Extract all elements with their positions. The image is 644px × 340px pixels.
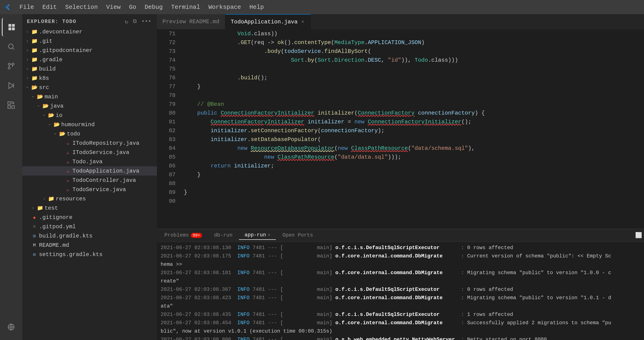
folder-icon-devcontainer: 📁: [31, 28, 38, 35]
label-k8s: k8s: [39, 75, 49, 81]
tree-gradle[interactable]: › 📁 .gradle: [22, 55, 157, 64]
menubar: File Edit Selection View Go Debug Termin…: [0, 0, 644, 14]
problems-label: Problems: [164, 232, 189, 238]
more-button[interactable]: •••: [140, 17, 152, 26]
label-test: test: [44, 205, 58, 211]
tree-todo-java[interactable]: › ☕ Todo.java: [22, 157, 157, 166]
menu-debug[interactable]: Debug: [140, 2, 167, 12]
label-git: .git: [39, 38, 52, 44]
copy-button[interactable]: ⧉: [132, 17, 138, 26]
svg-rect-9: [12, 106, 14, 108]
refresh-button[interactable]: ↻: [124, 17, 129, 26]
label-main: main: [44, 94, 58, 100]
label-todo: todo: [67, 131, 80, 137]
file-icon-build-gradle: ⊞: [31, 232, 38, 240]
tree-build[interactable]: › 📁 build: [22, 64, 157, 73]
tree-java[interactable]: › 📂 java: [22, 101, 157, 111]
label-itodorepository: ITodoRepository.java: [72, 140, 139, 146]
tab-bar: Preview README.md TodoApplication.java ×: [157, 14, 644, 29]
label-build: build: [39, 66, 56, 72]
menu-workspace[interactable]: Workspace: [204, 2, 245, 12]
arrow-gitpodcontainer: ›: [24, 47, 31, 53]
folder-icon-git: 📁: [31, 37, 38, 45]
tree-settings-gradle[interactable]: › ⊞ settings.gradle.kts: [22, 250, 157, 259]
tree-gitpod-yml[interactable]: › ≡ .gitpod.yml: [22, 222, 157, 231]
folder-icon-io: 📂: [47, 112, 55, 119]
apprun-close[interactable]: ×: [268, 233, 270, 238]
tree-io[interactable]: › 📂 io: [22, 111, 157, 120]
label-build-gradle: build.gradle.kts: [39, 233, 92, 239]
folder-icon-test: 📁: [36, 204, 44, 212]
terminal-tab-problems[interactable]: Problems 99+: [159, 231, 208, 240]
arrow-humourmind: ›: [46, 121, 53, 128]
tree-test[interactable]: › 📁 test: [22, 203, 157, 213]
tree-todocontroller[interactable]: › ☕ TodoController.java: [22, 176, 157, 185]
sidebar-header: EXPLORER: TODO ↻ ⧉ •••: [22, 14, 157, 27]
arrow-resources: ›: [41, 196, 47, 202]
activity-git[interactable]: [2, 57, 20, 75]
svg-rect-8: [8, 106, 10, 108]
file-icon-gitpod-yml: ≡: [31, 223, 38, 230]
menu-terminal[interactable]: Terminal: [167, 2, 204, 12]
file-icon-todoapplication: ☕: [64, 167, 72, 175]
tree-resources[interactable]: › 📁 resources: [22, 194, 157, 203]
terminal-tab-openports[interactable]: Open Ports: [277, 231, 318, 240]
tree-readme[interactable]: › M README.md: [22, 241, 157, 250]
svg-point-0: [8, 44, 13, 49]
folder-icon-gradle: 📁: [31, 56, 38, 63]
menu-file[interactable]: File: [15, 2, 38, 12]
tree-k8s[interactable]: › 📁 k8s: [22, 73, 157, 83]
tree-build-gradle[interactable]: › ⊞ build.gradle.kts: [22, 231, 157, 241]
activity-run[interactable]: [2, 76, 20, 95]
file-icon-todo-java: ☕: [64, 158, 72, 165]
tree-git[interactable]: › 📁 .git: [22, 36, 157, 46]
menu-go[interactable]: Go: [125, 2, 140, 12]
terminal-tab-dbrun[interactable]: db-run: [208, 231, 238, 240]
arrow-java: ›: [35, 103, 42, 109]
apprun-label: app-run: [244, 232, 266, 238]
activity-extensions[interactable]: [2, 96, 20, 114]
terminal-content[interactable]: 2021-06-27 02:03:08.130 INFO 7481 --- [ …: [157, 242, 644, 340]
tree-todoservice[interactable]: › ☕ TodoService.java: [22, 185, 157, 194]
tree-gitignore[interactable]: › ◆ .gitignore: [22, 213, 157, 222]
terminal-tabs: Problems 99+ db-run app-run × Open Ports…: [157, 229, 644, 242]
tab-label-preview: Preview README.md: [162, 18, 220, 25]
app-logo: [2, 2, 12, 12]
activity-explorer[interactable]: [2, 18, 20, 36]
line-numbers: 71 72 73 74 75 76 77 78 79 80 81 82 83 8…: [157, 29, 180, 229]
arrow-k8s: ›: [24, 75, 31, 81]
code-content: 71 72 73 74 75 76 77 78 79 80 81 82 83 8…: [157, 29, 644, 229]
tab-close-todoapplication[interactable]: ×: [300, 19, 305, 25]
tab-preview-readme[interactable]: Preview README.md: [157, 14, 225, 29]
label-settings-gradle: settings.gradle.kts: [39, 251, 102, 258]
menu-help[interactable]: Help: [245, 2, 268, 12]
tree-main[interactable]: › 📂 main: [22, 92, 157, 101]
menu-selection[interactable]: Selection: [61, 2, 102, 12]
tab-todoapplication[interactable]: TodoApplication.java ×: [225, 14, 311, 29]
tree-src[interactable]: › 📂 src: [22, 83, 157, 92]
svg-marker-6: [9, 83, 14, 89]
tree-humourmind[interactable]: › 📂 humourmind: [22, 120, 157, 129]
tree-itodoservice[interactable]: › ☕ ITodoService.java: [22, 148, 157, 157]
tree-todoapplication[interactable]: › ☕ TodoApplication.java: [22, 166, 157, 176]
label-todoapplication: TodoApplication.java: [72, 168, 139, 174]
menu-edit[interactable]: Edit: [38, 2, 61, 12]
tree-itodorepository[interactable]: › ☕ ITodoRepository.java: [22, 138, 157, 148]
folder-icon-gitpodcontainer: 📁: [31, 47, 38, 54]
folder-icon-src: 📂: [31, 84, 38, 91]
label-todocontroller: TodoController.java: [72, 177, 136, 183]
problems-badge: 99+: [191, 233, 202, 238]
code-view[interactable]: Void.class)) .GET(req -> ok().contentTyp…: [180, 29, 644, 229]
label-gitpodcontainer: .gitpodcontainer: [39, 47, 92, 53]
tree-gitpodcontainer[interactable]: › 📁 .gitpodcontainer: [22, 46, 157, 55]
activity-search[interactable]: [2, 37, 20, 56]
arrow-src: ›: [24, 84, 31, 91]
menu-view[interactable]: View: [102, 2, 125, 12]
tree-devcontainer[interactable]: › 📁 .devcontainer: [22, 27, 157, 36]
tree-todo[interactable]: › 📂 todo: [22, 129, 157, 138]
terminal-tab-apprun[interactable]: app-run ×: [239, 231, 276, 240]
terminal-maximize-button[interactable]: ⬜: [635, 232, 642, 239]
activity-remote[interactable]: [2, 318, 20, 336]
file-icon-settings-gradle: ⊞: [31, 251, 38, 258]
folder-icon-humourmind: 📂: [53, 121, 60, 128]
